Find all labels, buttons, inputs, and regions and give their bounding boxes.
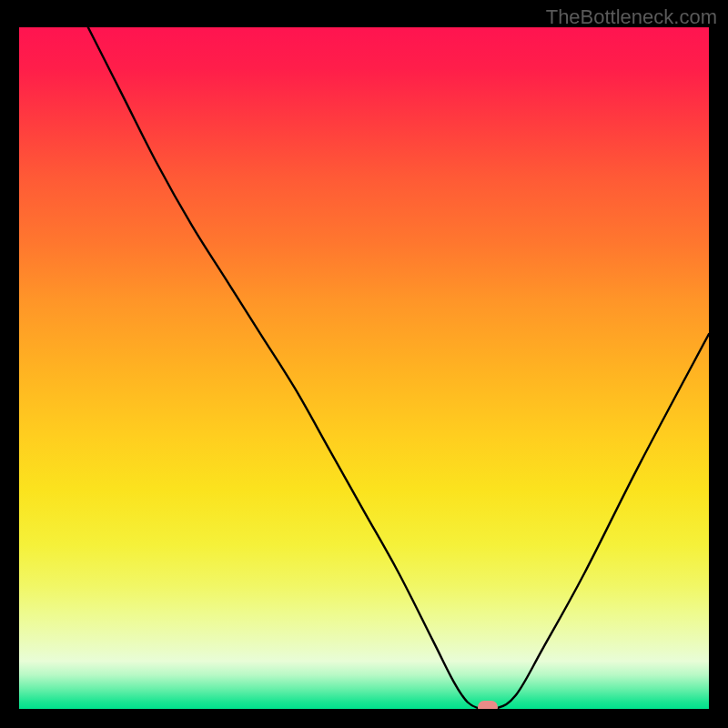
plot-area bbox=[19, 27, 709, 709]
watermark-text: TheBottleneck.com bbox=[546, 5, 717, 29]
chart-container: TheBottleneck.com bbox=[0, 0, 728, 728]
optimal-point-marker bbox=[478, 701, 498, 709]
bottleneck-curve bbox=[19, 27, 709, 709]
